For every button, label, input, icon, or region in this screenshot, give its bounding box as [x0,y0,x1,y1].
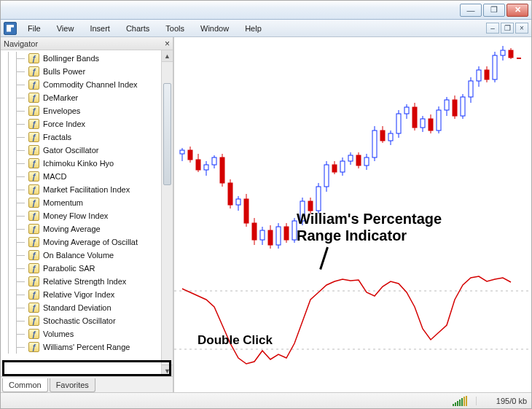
indicator-item[interactable]: Bulls Power [4,65,165,78]
function-icon [28,276,39,287]
indicator-item[interactable]: Commodity Channel Index [4,78,165,91]
indicator-item[interactable]: Bollinger Bands [4,52,165,65]
indicator-item[interactable]: Force Index [4,117,165,131]
function-icon [28,316,39,326]
indicator-label: Momentum [43,198,83,207]
indicator-item[interactable]: Relative Vigor Index [4,288,165,301]
indicator-item[interactable]: Ichimoku Kinko Hyo [4,157,165,170]
svg-rect-1 [180,150,184,154]
function-icon [28,184,39,195]
workspace: Navigator × Bollinger BandsBulls PowerCo… [1,37,531,392]
tab-common[interactable]: Common [2,378,48,392]
svg-rect-69 [453,100,457,116]
function-icon [28,145,39,155]
svg-rect-63 [429,119,433,131]
window-close-button[interactable]: ✕ [506,4,528,17]
indicator-item[interactable]: MACD [4,170,165,183]
menubar: File View Insert Charts Tools Window Hel… [1,20,531,37]
scroll-thumb[interactable] [163,83,171,185]
svg-rect-77 [485,70,489,79]
svg-rect-9 [212,157,216,165]
svg-rect-29 [292,221,297,240]
indicator-item[interactable]: Moving Average [4,222,165,235]
menu-view[interactable]: View [50,22,82,35]
svg-rect-51 [380,131,385,141]
scroll-down-button[interactable]: ▼ [162,365,173,376]
menu-tools[interactable]: Tools [158,22,192,35]
indicator-label: MACD [43,172,66,181]
svg-rect-33 [308,201,313,211]
mdi-close-button[interactable]: × [515,23,528,34]
chart-area[interactable]: William's Percentage Range Indicator Dou… [174,37,531,392]
function-icon [28,224,39,234]
indicator-label: Stochastic Oscillator [43,316,116,325]
navigator-scrollbar[interactable]: ▲ ▼ [161,50,173,376]
indicator-item[interactable]: Money Flow Index [4,209,165,222]
function-icon [28,106,39,116]
function-icon [28,93,39,103]
indicator-item[interactable]: DeMarker [4,91,165,104]
svg-rect-37 [324,165,329,187]
svg-rect-81 [501,50,505,55]
navigator-close-icon[interactable]: × [165,39,170,49]
svg-rect-61 [420,119,425,128]
indicator-label: Fractals [43,133,71,141]
indicator-label: Volumes [43,330,74,338]
indicator-item[interactable]: Momentum [4,196,165,209]
svg-rect-41 [340,161,345,172]
indicator-item[interactable]: Relative Strength Index [4,275,165,288]
indicator-label: Ichimoku Kinko Hyo [43,159,114,168]
indicator-item[interactable]: Envelopes [4,104,165,117]
indicator-item[interactable]: Stochastic Oscillator [4,314,165,327]
menu-insert[interactable]: Insert [82,22,117,35]
menu-charts[interactable]: Charts [119,22,157,35]
mdi-restore-button[interactable]: ❐ [501,23,514,34]
indicator-item[interactable]: Parabolic SAR [4,262,165,275]
menu-help[interactable]: Help [238,22,269,35]
svg-rect-13 [228,183,232,205]
indicator-item[interactable]: Market Facilitation Index [4,183,165,196]
tab-favorites[interactable]: Favorites [50,378,95,392]
status-transfer: 195/0 kb [476,397,527,405]
indicator-label: Money Flow Index [43,211,108,220]
svg-rect-55 [396,114,401,133]
navigator-header: Navigator × [1,37,173,50]
menu-file[interactable]: File [20,22,48,35]
mdi-minimize-button[interactable]: – [486,23,499,34]
indicator-item[interactable]: Standard Deviation [4,301,165,314]
indicator-label: Williams' Percent Range [43,343,130,351]
svg-rect-43 [348,155,353,161]
function-icon [28,198,39,208]
function-icon [28,53,39,63]
function-icon [28,132,39,142]
svg-rect-47 [364,157,369,165]
svg-rect-67 [445,100,449,110]
indicator-label: Relative Strength Index [43,277,126,286]
connection-bars-icon [453,396,467,406]
indicator-item[interactable]: Gator Oscillator [4,144,165,157]
indicator-label: Bulls Power [43,67,85,76]
indicator-label: Moving Average of Oscillat [43,238,138,246]
window-minimize-button[interactable]: — [460,4,482,17]
indicator-label: Gator Oscillator [43,146,98,155]
svg-rect-21 [260,230,265,240]
function-icon [28,342,39,352]
function-icon [28,211,39,221]
indicator-item[interactable]: Volumes [4,327,165,340]
menu-window[interactable]: Window [193,22,236,35]
indicator-item[interactable]: On Balance Volume [4,249,165,262]
indicator-item[interactable]: Williams' Percent Range [4,340,165,354]
svg-rect-31 [300,201,305,221]
function-icon [28,66,39,77]
svg-rect-15 [236,199,240,205]
window-maximize-button[interactable]: ❐ [483,4,505,17]
function-icon [28,250,39,260]
indicator-label: Force Index [43,120,85,128]
indicator-item[interactable]: Fractals [4,131,165,144]
function-icon [28,171,39,182]
indicator-label: On Balance Volume [43,251,114,260]
scroll-up-button[interactable]: ▲ [162,50,173,62]
function-icon [28,303,39,313]
indicator-item[interactable]: Moving Average of Oscillat [4,235,165,249]
svg-rect-23 [268,230,273,245]
